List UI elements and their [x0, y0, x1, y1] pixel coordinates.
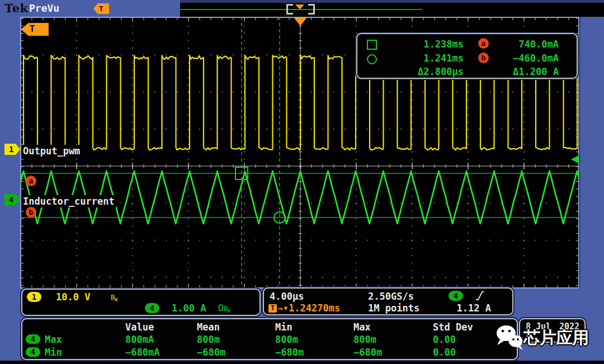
row-channel-badge: 4 [26, 347, 40, 357]
cursor-delta-value: Δ1.200 A [484, 66, 559, 77]
measurement-name: Max [45, 334, 62, 345]
trigger-delay-readout: T → ▼ 1.24270ms [268, 302, 340, 314]
cursor-b-readout-badge: b [478, 53, 489, 63]
measurement-min: 800m [275, 334, 298, 345]
measurement-value: 800mA [125, 334, 154, 345]
measurement-table: Value Mean Min Max Std Dev 4 Max 800mA 8… [21, 318, 518, 360]
header-bar: Tek PreVu [0, 0, 180, 17]
row-channel-badge: 4 [26, 334, 40, 344]
sample-rate-readout: 2.50GS/s [368, 291, 414, 302]
cursor-a-time: 1.238ms [389, 39, 464, 50]
measurement-max: −680m [353, 347, 382, 358]
measurement-stddev: 0.00 [433, 347, 456, 358]
cursor-a-shape-icon [367, 40, 377, 50]
trigger-slope-icon [475, 290, 485, 302]
arrow-icon: → [278, 304, 282, 313]
measurement-max: 800m [353, 334, 376, 345]
bw-b: B [224, 305, 228, 313]
frame-right [580, 17, 604, 361]
measurement-value: −680mA [125, 347, 159, 358]
col-header-max: Max [353, 322, 371, 333]
oscilloscope-screen: Tek PreVu T T 1 4 Output_pwm Inductor_cu… [0, 0, 604, 364]
ch1-badge: 1 [27, 292, 41, 302]
record-strip-top-border [180, 0, 604, 3]
cursor-b-value: −460.0mA [484, 53, 559, 64]
horizontal-trigger-panel: 4.00µs 2.50GS/s 4 T → ▼ 1.24270ms 1M poi… [263, 287, 513, 315]
trigger-t-chip: T [268, 304, 277, 313]
measurement-stddev: 0.00 [433, 334, 456, 345]
cursor-b-time: 1.241ms [389, 53, 464, 64]
acquisition-mode-label: PreVu [29, 2, 59, 14]
channel-scale-panel: 1 10.0 V BW 4 1.00 A ΩBW [21, 289, 261, 316]
ch4-badge: 4 [145, 303, 159, 313]
watermark-text: 芯片应用 [523, 327, 596, 349]
timebase-readout: 4.00µs [270, 291, 304, 302]
measurement-min: −680m [275, 347, 304, 358]
cursor-readout-panel: 1.238ms 1.241ms Δ2.800µs a b 740.0mA −46… [356, 33, 578, 79]
ch4-scale: 1.00 A [172, 302, 206, 314]
record-trigger-marker [295, 4, 304, 10]
bottom-black-strip [0, 361, 604, 364]
frame-left [0, 17, 20, 361]
ch1-waveform-label: Output_pwm [21, 145, 82, 157]
col-header-mean: Mean [197, 322, 220, 333]
bw-w: W [115, 297, 117, 302]
trigger-level-arrow [571, 155, 579, 164]
ch4-waveform-label: Inductor_current [21, 195, 116, 207]
cursor-b-badge: b [26, 207, 36, 218]
measurement-name: Min [45, 347, 62, 358]
col-header-min: Min [275, 322, 292, 333]
measurement-mean: −680m [197, 347, 225, 358]
trigger-delay-value: 1.24270ms [289, 302, 340, 314]
cursor-delta-time: Δ2.800µs [389, 66, 464, 77]
measurement-mean: 800m [197, 334, 220, 345]
cursor-a-value: 740.0mA [484, 39, 559, 50]
cursor-b-shape-icon [367, 54, 377, 64]
col-header-value: Value [125, 322, 154, 333]
cursor-a-badge: a [26, 176, 36, 186]
record-window-bracket-left [286, 4, 293, 15]
cursor-a-readout-badge: a [478, 38, 489, 49]
bw-w: W [228, 309, 230, 314]
trigger-source-badge: 4 [449, 291, 463, 301]
record-window-bracket-right [308, 4, 315, 15]
marker-icon: ▼ [284, 305, 287, 312]
ch1-scale: 10.0 V [56, 291, 90, 302]
trigger-level-readout: 1.12 A [449, 302, 491, 314]
ch4-coupling-bandwidth: ΩBW [218, 302, 230, 314]
wechat-icon [494, 324, 526, 353]
col-header-stddev: Std Dev [433, 322, 473, 333]
cursor-point-markers [235, 167, 285, 223]
ohm-icon: Ω [218, 302, 224, 313]
record-length-readout: 1M points [368, 302, 419, 314]
tek-logo: Tek [4, 1, 29, 15]
ch1-bandwidth-icon: BW [111, 291, 117, 302]
expansion-point-marker [294, 17, 307, 26]
